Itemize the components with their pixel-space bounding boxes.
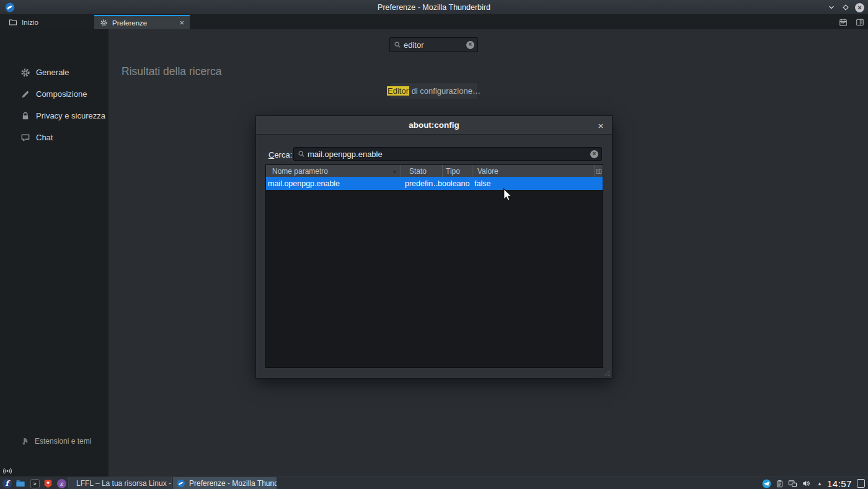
thunderbird-icon [177, 479, 185, 488]
clock[interactable]: 14:57 [827, 478, 852, 489]
tab-preferenze-label: Preferenze [112, 19, 147, 27]
column-header-valore[interactable]: Valore [472, 165, 595, 177]
clear-search-icon[interactable]: × [466, 41, 474, 49]
clear-search-icon[interactable]: × [590, 150, 598, 158]
fedora-menu-icon[interactable]: f [2, 478, 12, 488]
lock-icon [20, 111, 30, 121]
thunderbird-logo-icon [5, 2, 15, 12]
pencil-icon [20, 89, 30, 99]
task-button-firefox[interactable]: LFFL – La tua risorsa Linux - … [68, 477, 172, 489]
calendar-pane-icon[interactable] [839, 18, 848, 27]
about-config-dialog: about:config × Cerca: × Nome parametro ▲… [255, 115, 613, 379]
sidebar-item-composizione[interactable]: Composizione [0, 83, 108, 105]
minimize-button[interactable] [826, 3, 836, 12]
terminal-icon[interactable]: > [30, 478, 40, 488]
taskbar: f > ε LFFL – La tua risorsa Linux - … Pr… [0, 477, 868, 489]
task-label: LFFL – La tua risorsa Linux - … [76, 479, 172, 488]
tab-preferenze[interactable]: Preferenze × [94, 15, 190, 29]
config-table: Nome parametro ▲ Stato Tipo Valore mail.… [265, 164, 603, 368]
dialog-title: about:config [409, 120, 459, 130]
task-pane-icon[interactable] [856, 18, 864, 27]
dialog-close-icon[interactable]: × [596, 120, 606, 130]
column-header-stato[interactable]: Stato [401, 165, 443, 177]
desktop: Preferenze - Mozilla Thunderbird × Inizi… [0, 0, 868, 489]
cerca-accesskey: C [268, 150, 274, 159]
gear-icon [20, 68, 30, 78]
search-icon [298, 150, 305, 158]
column-picker-icon[interactable] [595, 165, 603, 177]
config-editor-button-label: di configurazione… [409, 86, 480, 96]
purple-app-icon[interactable]: ε [56, 478, 66, 488]
cerca-label: Cerca: [268, 150, 292, 159]
gear-icon [100, 19, 108, 27]
column-label: Tipo [446, 167, 460, 176]
table-row-selected[interactable]: mail.openpgp.enable predefin… booleano f… [266, 177, 603, 190]
system-tray: ▲ 14:57 [762, 477, 868, 489]
clipboard-icon[interactable] [776, 480, 784, 488]
telegram-icon[interactable] [762, 479, 771, 488]
sidebar-item-label: Chat [36, 133, 53, 142]
sidebar-item-chat[interactable]: Chat [0, 127, 108, 148]
window-title: Preferenze - Mozilla Thunderbird [0, 3, 868, 12]
tray-expand-icon[interactable]: ▲ [817, 481, 822, 487]
sidebar-item-label: Privacy e sicurezza [36, 111, 105, 120]
chat-bubble-icon [20, 133, 30, 143]
column-header-tipo[interactable]: Tipo [443, 165, 472, 177]
config-search-field[interactable]: × [293, 147, 602, 161]
tab-inizio-label: Inizio [22, 19, 38, 26]
close-button[interactable]: × [855, 3, 864, 12]
folder-icon [9, 18, 17, 27]
brave-browser-icon[interactable] [43, 478, 53, 488]
highlighted-match: Editor [387, 86, 409, 96]
tab-inizio[interactable]: Inizio [4, 15, 43, 29]
pref-type-cell: booleano [438, 179, 472, 188]
config-search-input[interactable] [305, 150, 590, 159]
search-icon [394, 41, 401, 48]
column-header-nome-parametro[interactable]: Nome parametro ▲ [266, 165, 401, 177]
preferences-sidebar: Generale Composizione Privacy e sicurezz… [0, 29, 108, 477]
sort-ascending-icon: ▲ [392, 169, 397, 173]
column-label: Stato [409, 167, 427, 176]
sidebar-item-label: Composizione [36, 89, 87, 99]
window-titlebar: Preferenze - Mozilla Thunderbird × [0, 0, 868, 15]
pref-name-cell: mail.openpgp.enable [266, 179, 401, 188]
sidebar-item-estensioni[interactable]: Estensioni e temi [0, 433, 108, 449]
table-header: Nome parametro ▲ Stato Tipo Valore [266, 165, 603, 177]
sidebar-item-privacy[interactable]: Privacy e sicurezza [0, 105, 108, 127]
file-manager-icon[interactable] [16, 478, 25, 488]
config-editor-button[interactable]: Editor di configurazione… [389, 83, 478, 99]
maximize-button[interactable] [841, 3, 850, 12]
broadcast-status-icon [2, 466, 12, 476]
sidebar-item-label: Generale [36, 68, 69, 77]
show-desktop-button[interactable] [857, 479, 865, 488]
dialog-titlebar: about:config × [256, 116, 612, 135]
search-results-heading: Risultati della ricerca [122, 65, 221, 78]
column-label: Valore [477, 167, 498, 176]
pref-status-cell: predefin… [401, 179, 438, 188]
task-label: Preferenze - Mozilla Thunde… [189, 479, 277, 488]
kde-connect-icon[interactable] [788, 479, 797, 488]
task-button-thunderbird[interactable]: Preferenze - Mozilla Thunde… [173, 477, 277, 489]
volume-icon[interactable] [802, 479, 810, 488]
sidebar-footer-label: Estensioni e temi [35, 437, 91, 446]
column-label: Nome parametro [272, 167, 328, 176]
preferences-search-field[interactable]: × [389, 37, 478, 52]
puzzle-icon [20, 437, 29, 446]
pref-value-cell: false [472, 179, 603, 188]
resize-grip[interactable] [603, 369, 610, 376]
tab-bar: Inizio Preferenze × [0, 15, 868, 29]
sidebar-item-generale[interactable]: Generale [0, 61, 108, 83]
cerca-label-rest: erca: [274, 150, 292, 159]
search-input[interactable] [401, 40, 466, 50]
tab-close-icon[interactable]: × [179, 19, 184, 27]
